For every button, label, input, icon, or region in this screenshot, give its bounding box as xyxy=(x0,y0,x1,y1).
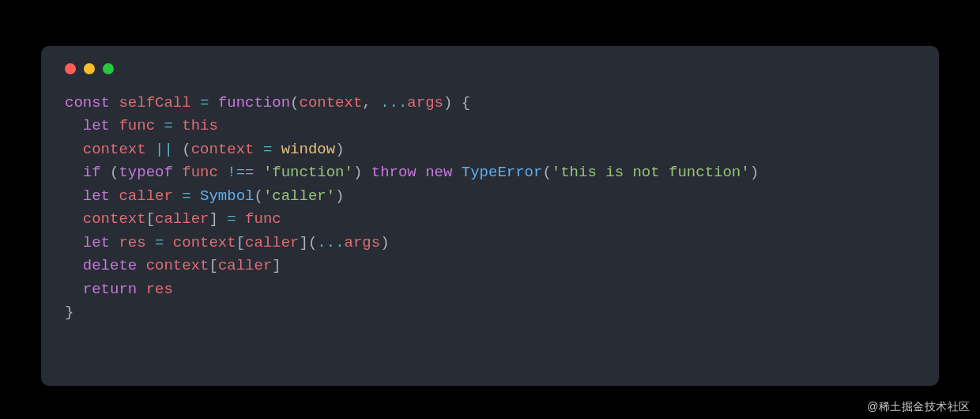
code-token: function xyxy=(218,94,290,111)
code-token: delete xyxy=(83,257,146,274)
code-token: ( xyxy=(290,94,299,111)
code-token: context xyxy=(299,94,362,111)
code-token xyxy=(65,141,83,158)
code-token: res xyxy=(146,281,173,298)
code-token: ( xyxy=(542,164,551,181)
code-token xyxy=(254,164,263,181)
code-token xyxy=(65,187,83,205)
code-token: caller xyxy=(245,234,299,251)
code-token: res xyxy=(119,234,145,251)
code-token xyxy=(191,94,200,111)
code-token: = xyxy=(227,210,236,228)
code-token xyxy=(236,210,245,228)
code-token: throw xyxy=(371,164,425,181)
code-token xyxy=(65,257,83,274)
code-token: window xyxy=(281,141,335,158)
code-token: selfCall xyxy=(119,94,190,111)
code-token: ( xyxy=(173,141,191,158)
code-token xyxy=(146,141,155,158)
code-token: caller xyxy=(119,187,172,205)
window-controls xyxy=(65,63,915,74)
code-window: const selfCall = function(context, ...ar… xyxy=(41,46,939,386)
code-token: !== xyxy=(227,164,254,181)
code-token xyxy=(218,164,227,181)
code-token xyxy=(209,94,217,111)
code-token: if xyxy=(83,164,110,181)
code-token: = xyxy=(182,187,190,205)
minimize-icon[interactable] xyxy=(84,63,95,74)
close-icon[interactable] xyxy=(65,63,76,74)
code-token: args xyxy=(407,94,443,111)
code-token xyxy=(164,234,172,251)
code-token xyxy=(272,141,281,158)
code-token: ( xyxy=(254,187,262,205)
code-token xyxy=(65,117,83,134)
code-token: [ xyxy=(146,210,155,228)
code-token: [ xyxy=(209,257,217,274)
code-token xyxy=(65,164,83,181)
code-token: || xyxy=(155,141,173,158)
code-token: func xyxy=(245,210,281,228)
code-token: caller xyxy=(218,257,272,274)
code-token: ) xyxy=(353,164,371,181)
code-token: ... xyxy=(380,94,407,111)
code-token: ) xyxy=(750,164,759,181)
code-token: ]( xyxy=(300,234,318,251)
code-token: context xyxy=(146,257,209,274)
code-token: let xyxy=(83,117,119,134)
code-token: ... xyxy=(317,234,344,251)
code-token: ] xyxy=(272,257,281,274)
code-token: func xyxy=(119,117,155,134)
code-token: ( xyxy=(110,164,119,181)
code-block: const selfCall = function(context, ...ar… xyxy=(65,92,915,324)
watermark: @稀土掘金技术社区 xyxy=(867,400,971,414)
code-token xyxy=(173,187,182,205)
code-token: = xyxy=(164,117,172,134)
code-token: typeof xyxy=(119,164,182,181)
code-token xyxy=(173,117,182,134)
code-token xyxy=(65,210,83,228)
code-token: new xyxy=(425,164,462,181)
code-token: this xyxy=(182,117,218,134)
code-token: func xyxy=(182,164,218,181)
code-token: const xyxy=(65,94,119,111)
code-token: } xyxy=(65,304,74,321)
code-token: context xyxy=(83,141,146,158)
code-token: let xyxy=(83,234,119,251)
code-token: caller xyxy=(155,210,209,228)
code-token: args xyxy=(345,234,381,251)
code-token: = xyxy=(200,94,209,111)
code-token: TypeError xyxy=(462,164,543,181)
code-token: ) xyxy=(335,141,344,158)
code-token xyxy=(191,187,200,205)
code-token: = xyxy=(155,234,164,251)
code-token: context xyxy=(83,210,146,228)
code-token: , xyxy=(362,94,380,111)
zoom-icon[interactable] xyxy=(103,63,114,74)
code-token: Symbol xyxy=(200,187,254,205)
code-token: [ xyxy=(236,234,245,251)
code-token: 'function' xyxy=(263,164,353,181)
code-token xyxy=(65,281,83,298)
code-token: = xyxy=(263,141,272,158)
code-token: 'caller' xyxy=(263,187,335,205)
code-token: let xyxy=(83,187,119,205)
code-token: ) xyxy=(380,234,389,251)
code-token xyxy=(155,117,164,134)
code-token xyxy=(146,234,155,251)
code-token: ) xyxy=(335,187,344,205)
code-token xyxy=(65,234,83,251)
code-token: ] xyxy=(209,210,227,228)
code-token: ) { xyxy=(443,94,470,111)
code-token: return xyxy=(83,281,146,298)
code-token: 'this is not function' xyxy=(552,164,750,181)
stage: const selfCall = function(context, ...ar… xyxy=(0,0,980,419)
code-token xyxy=(254,141,263,158)
code-token: context xyxy=(191,141,254,158)
code-token: context xyxy=(173,234,236,251)
